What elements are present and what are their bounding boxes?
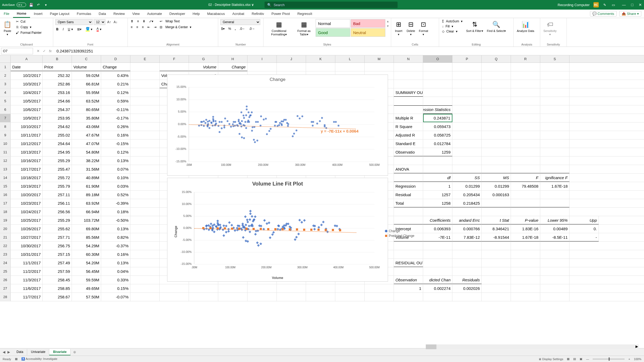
cell[interactable]	[218, 284, 247, 293]
cell[interactable]	[511, 276, 540, 284]
row-header-28[interactable]: 28	[0, 293, 11, 301]
align-left-icon[interactable]: ≡	[130, 25, 133, 29]
cell[interactable]	[306, 284, 335, 293]
cell[interactable]	[423, 267, 452, 275]
ribbon-tab-data[interactable]: Data	[95, 10, 110, 18]
cell[interactable]	[511, 259, 540, 267]
cell[interactable]: 10/30/2017	[11, 242, 43, 250]
close-icon[interactable]: ✕	[639, 3, 642, 7]
cell[interactable]: 0.52%	[101, 191, 130, 199]
cell[interactable]: 79.48508	[511, 182, 540, 190]
cell[interactable]: 252.32	[43, 71, 72, 80]
cell[interactable]: 0.07%	[101, 165, 130, 173]
cell[interactable]	[511, 114, 540, 122]
cell[interactable]: 10/24/2017	[11, 208, 43, 216]
cell[interactable]	[482, 122, 511, 131]
row-header-8[interactable]: 8	[0, 122, 11, 131]
ribbon-tab-review[interactable]: Review	[110, 10, 129, 18]
cell[interactable]	[160, 63, 189, 71]
view-normal-icon[interactable]: ▦	[567, 357, 569, 361]
cell[interactable]	[130, 182, 160, 190]
align-middle-icon[interactable]: ≡	[136, 19, 140, 23]
cell[interactable]	[394, 250, 423, 258]
cell[interactable]	[511, 131, 540, 139]
cell[interactable]	[540, 105, 569, 114]
comments-button[interactable]: 💬 Comments	[590, 11, 617, 17]
cell[interactable]: 10/17/2017	[11, 165, 43, 173]
cell[interactable]: Regression	[394, 182, 423, 190]
paste-button[interactable]: 📋 Paste▾	[2, 19, 13, 37]
cell[interactable]	[394, 208, 423, 216]
cell[interactable]: Lower 95%	[540, 216, 569, 224]
row-header-15[interactable]: 15	[0, 182, 11, 190]
cell[interactable]: 0.218425	[452, 199, 482, 207]
cell[interactable]	[394, 97, 423, 105]
col-header-F[interactable]: F	[160, 55, 189, 63]
cell[interactable]	[482, 63, 511, 71]
cell[interactable]	[511, 293, 540, 301]
name-box[interactable]: O7	[1, 48, 33, 54]
border-button[interactable]: ⊞▾	[76, 27, 82, 32]
horizontal-scrollbar[interactable]: ◀▶	[426, 344, 639, 349]
cell[interactable]: 0.21%	[101, 80, 130, 88]
cell[interactable]	[511, 71, 540, 80]
enter-icon[interactable]: ✓	[43, 49, 46, 53]
align-center-icon[interactable]: ≡	[135, 25, 139, 29]
cell[interactable]: -8.5E-11	[540, 233, 569, 241]
cell[interactable]: 0.03%	[101, 182, 130, 190]
cell[interactable]: 255.29	[43, 157, 72, 165]
cell[interactable]: 0.243871	[423, 114, 452, 122]
cell[interactable]	[130, 250, 160, 258]
style-neutral[interactable]: Neutral	[351, 28, 385, 37]
cell[interactable]: 1.67E-18	[540, 182, 569, 190]
cell[interactable]	[423, 242, 452, 250]
cell[interactable]: 10/20/2017	[11, 191, 43, 199]
cell[interactable]: 254.62	[43, 122, 72, 131]
conditional-formatting-button[interactable]: ▦ Conditional Formatting▾	[266, 19, 292, 37]
comma-button[interactable]: ,	[234, 27, 236, 31]
cell[interactable]: Date	[11, 63, 43, 71]
cell[interactable]: 103.72M	[72, 216, 101, 224]
underline-button[interactable]: U▾	[67, 27, 74, 32]
cell[interactable]	[482, 139, 511, 148]
bold-button[interactable]: B	[55, 27, 59, 32]
row-header-20[interactable]: 20	[0, 225, 11, 233]
display-settings-button[interactable]: 🖥 Display Settings	[538, 357, 563, 361]
cell[interactable]: 10/2/2017	[11, 71, 43, 80]
cell[interactable]	[540, 267, 569, 275]
style-normal[interactable]: Normal	[316, 19, 350, 28]
cell[interactable]: andard Errc	[452, 216, 482, 224]
cell[interactable]: 0.12%	[101, 148, 130, 156]
cell[interactable]	[452, 105, 482, 114]
cell[interactable]	[511, 199, 540, 207]
cell[interactable]: 60.30M	[72, 250, 101, 258]
cell[interactable]	[540, 250, 569, 258]
cell[interactable]	[452, 131, 482, 139]
cell[interactable]	[452, 242, 482, 250]
cell[interactable]	[130, 293, 160, 301]
cell[interactable]	[452, 259, 482, 267]
cell[interactable]	[394, 216, 423, 224]
cell[interactable]	[452, 293, 482, 301]
col-header-C[interactable]: C	[72, 55, 101, 63]
cell[interactable]	[423, 88, 452, 97]
cell[interactable]: 55.95M	[72, 88, 101, 97]
cell[interactable]: 253.16	[43, 88, 72, 97]
cell[interactable]: 0.18%	[101, 208, 130, 216]
cell[interactable]: 10/4/2017	[11, 88, 43, 97]
cell[interactable]: 10/26/2017	[11, 225, 43, 233]
cell[interactable]: 11/3/2017	[11, 276, 43, 284]
cell[interactable]: 10/27/2017	[11, 233, 43, 241]
cell[interactable]: 0.000163	[482, 191, 511, 199]
cell[interactable]: 10/31/2017	[11, 250, 43, 258]
cell[interactable]: 1	[394, 284, 423, 293]
cell[interactable]	[511, 157, 540, 165]
cell[interactable]	[423, 165, 452, 173]
cell[interactable]: 0.33%	[101, 276, 130, 284]
cell[interactable]: 255.02	[43, 131, 72, 139]
find-select-button[interactable]: 🔍Find & Select▾	[486, 19, 507, 34]
cell[interactable]: 63.52M	[72, 97, 101, 105]
ribbon-tab-macabacus[interactable]: Macabacus	[204, 10, 229, 18]
cell[interactable]: t Stat	[482, 216, 511, 224]
cell[interactable]: 11/2/2017	[11, 267, 43, 275]
